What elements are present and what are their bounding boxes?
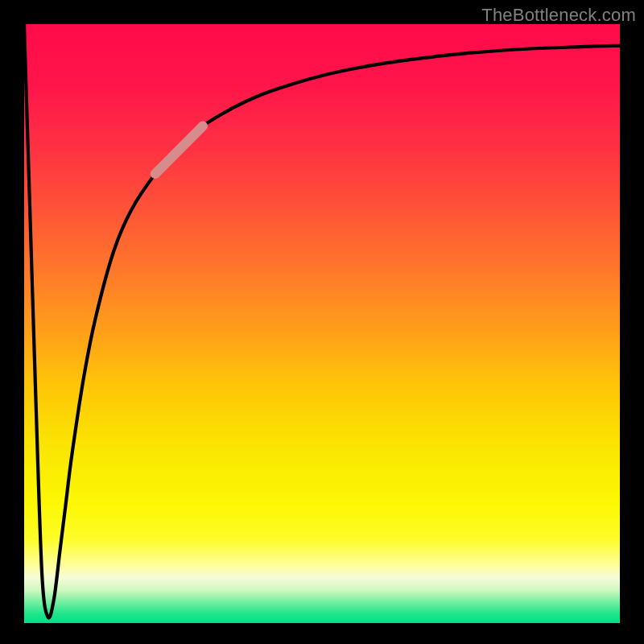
highlight-icon [155, 126, 203, 174]
attribution-text: TheBottleneck.com [481, 5, 636, 26]
bottleneck-curve [24, 24, 620, 618]
chart-frame: TheBottleneck.com [0, 0, 644, 644]
plot-area [24, 24, 620, 623]
curve-layer [24, 24, 620, 623]
